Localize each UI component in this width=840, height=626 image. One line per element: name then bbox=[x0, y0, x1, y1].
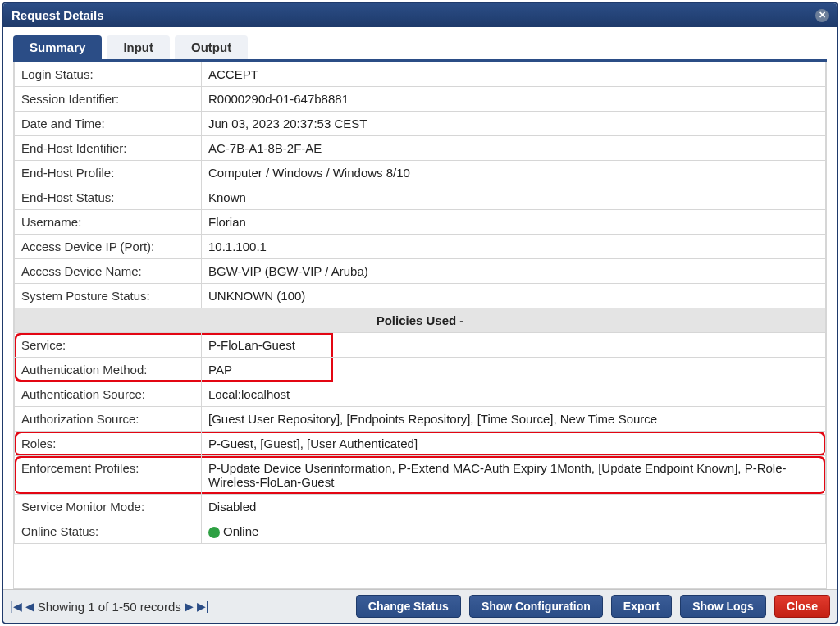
row-value: P-Guest, [Guest], [User Authenticated] bbox=[202, 432, 826, 456]
tab-summary[interactable]: Summary bbox=[13, 35, 102, 59]
content-area: Summary Input Output Login Status:ACCEPT… bbox=[3, 27, 837, 589]
row-value: Jun 03, 2023 20:37:53 CEST bbox=[202, 112, 826, 136]
close-button[interactable]: Close bbox=[774, 595, 830, 618]
row-label: System Posture Status: bbox=[15, 284, 202, 308]
row-value: Computer / Windows / Windows 8/10 bbox=[202, 161, 826, 185]
row-value: Known bbox=[202, 185, 826, 210]
table-row: Enforcement Profiles:P-Update Device Use… bbox=[15, 456, 826, 495]
row-label: Session Identifier: bbox=[15, 87, 202, 112]
table-row: Service:P-FloLan-Guest bbox=[15, 333, 826, 358]
pager-text: Showing 1 of 1-50 records bbox=[38, 600, 181, 614]
row-value: P-FloLan-Guest bbox=[202, 333, 826, 358]
pager-first-icon[interactable]: |◀ bbox=[10, 600, 22, 613]
row-label: Username: bbox=[15, 210, 202, 235]
row-label: Enforcement Profiles: bbox=[15, 456, 202, 495]
row-label: Access Device IP (Port): bbox=[15, 235, 202, 259]
titlebar: Request Details ✕ bbox=[3, 3, 837, 27]
table-row: Login Status:ACCEPT bbox=[15, 62, 826, 87]
window-title: Request Details bbox=[11, 8, 104, 22]
table-row: End-Host Identifier:AC-7B-A1-8B-2F-AE bbox=[15, 136, 826, 161]
row-label: Online Status: bbox=[15, 519, 202, 544]
request-details-window: Request Details ✕ Summary Input Output L… bbox=[2, 2, 838, 624]
row-value: Local:localhost bbox=[202, 382, 826, 407]
row-label: Roles: bbox=[15, 432, 202, 456]
show-configuration-button[interactable]: Show Configuration bbox=[469, 595, 603, 618]
pager-last-icon[interactable]: ▶| bbox=[197, 600, 209, 613]
row-label: Access Device Name: bbox=[15, 259, 202, 284]
highlight-right-edge bbox=[331, 333, 333, 357]
highlight-right-edge bbox=[331, 358, 333, 382]
row-label: End-Host Profile: bbox=[15, 161, 202, 185]
row-value[interactable]: AC-7B-A1-8B-2F-AE bbox=[202, 136, 826, 161]
tab-bar: Summary Input Output bbox=[13, 35, 827, 62]
row-value: Online bbox=[202, 519, 826, 544]
export-button[interactable]: Export bbox=[611, 595, 672, 618]
row-value: BGW-VIP (BGW-VIP / Aruba) bbox=[202, 259, 826, 284]
row-value: [Guest User Repository], [Endpoints Repo… bbox=[202, 407, 826, 432]
table-row: End-Host Profile:Computer / Windows / Wi… bbox=[15, 161, 826, 185]
highlight-hline bbox=[202, 333, 333, 335]
row-value: ACCEPT bbox=[202, 62, 826, 87]
row-label: Date and Time: bbox=[15, 112, 202, 136]
table-row: Service Monitor Mode:Disabled bbox=[15, 495, 826, 519]
change-status-button[interactable]: Change Status bbox=[356, 595, 461, 618]
table-row: Date and Time:Jun 03, 2023 20:37:53 CEST bbox=[15, 112, 826, 136]
table-row: Authentication Method:PAP bbox=[15, 358, 826, 382]
table-row: Access Device IP (Port):10.1.100.1 bbox=[15, 235, 826, 259]
table-row: Roles:P-Guest, [Guest], [User Authentica… bbox=[15, 432, 826, 456]
row-label: Authentication Source: bbox=[15, 382, 202, 407]
table-row: Authentication Source:Local:localhost bbox=[15, 382, 826, 407]
summary-table: Login Status:ACCEPTSession Identifier:R0… bbox=[14, 62, 826, 544]
row-value: 10.1.100.1 bbox=[202, 235, 826, 259]
table-row: Username:Florian bbox=[15, 210, 826, 235]
table-row: Online Status:Online bbox=[15, 519, 826, 544]
table-row: Session Identifier:R0000290d-01-647b8881 bbox=[15, 87, 826, 112]
close-icon[interactable]: ✕ bbox=[815, 9, 829, 22]
row-label: End-Host Identifier: bbox=[15, 136, 202, 161]
highlight-hline bbox=[202, 380, 333, 382]
status-dot-icon bbox=[208, 527, 220, 538]
show-logs-button[interactable]: Show Logs bbox=[680, 595, 766, 618]
row-value: R0000290d-01-647b8881 bbox=[202, 87, 826, 112]
row-value: UNKNOWN (100) bbox=[202, 284, 826, 308]
table-row: Authorization Source:[Guest User Reposit… bbox=[15, 407, 826, 432]
row-label: Service Monitor Mode: bbox=[15, 495, 202, 519]
footer-bar: |◀ ◀ Showing 1 of 1-50 records ▶ ▶| Chan… bbox=[3, 589, 837, 623]
row-value: P-Update Device Userinformation, P-Exten… bbox=[202, 456, 826, 495]
policies-header-row: Policies Used - bbox=[15, 308, 826, 333]
row-label: Login Status: bbox=[15, 62, 202, 87]
tab-input[interactable]: Input bbox=[107, 35, 170, 59]
pager-next-icon[interactable]: ▶ bbox=[185, 600, 194, 613]
row-label: End-Host Status: bbox=[15, 185, 202, 210]
table-row: Access Device Name:BGW-VIP (BGW-VIP / Ar… bbox=[15, 259, 826, 284]
row-label: Authentication Method: bbox=[15, 358, 202, 382]
row-label: Authorization Source: bbox=[15, 407, 202, 432]
row-value: Disabled bbox=[202, 495, 826, 519]
tab-output[interactable]: Output bbox=[175, 35, 248, 59]
policies-header: Policies Used - bbox=[15, 308, 826, 333]
row-value: Florian bbox=[202, 210, 826, 235]
table-row: End-Host Status:Known bbox=[15, 185, 826, 210]
pager-prev-icon[interactable]: ◀ bbox=[25, 600, 34, 613]
row-value: PAP bbox=[202, 358, 826, 382]
row-label: Service: bbox=[15, 333, 202, 358]
summary-panel: Login Status:ACCEPTSession Identifier:R0… bbox=[13, 62, 827, 589]
pager: |◀ ◀ Showing 1 of 1-50 records ▶ ▶| bbox=[10, 600, 208, 614]
table-row: System Posture Status:UNKNOWN (100) bbox=[15, 284, 826, 308]
